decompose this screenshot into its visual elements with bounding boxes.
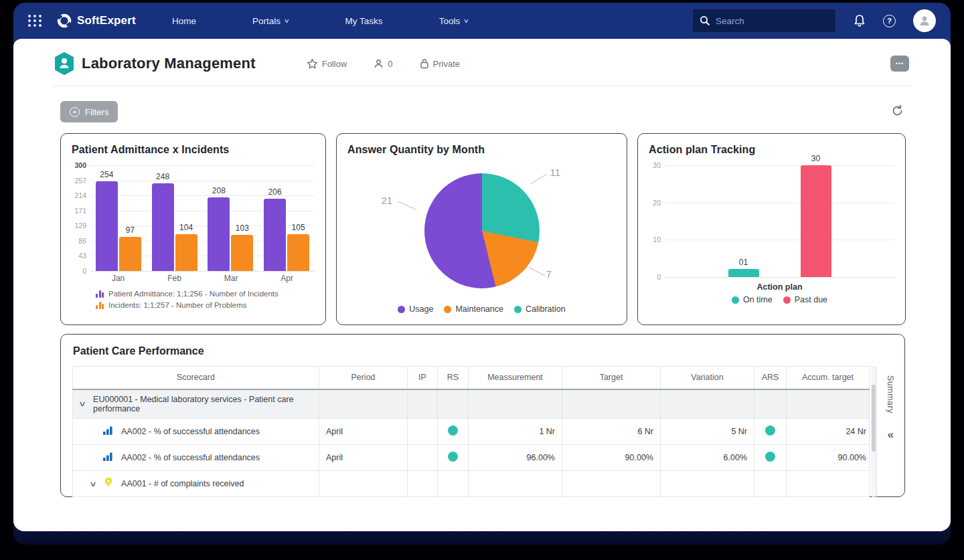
follow-label: Follow	[322, 59, 347, 69]
bar-chart-admittance: 3002572141711298643025497248104208103206…	[72, 165, 315, 309]
search-input[interactable]	[716, 16, 823, 26]
pie[interactable]	[424, 173, 540, 288]
help-icon[interactable]: ?	[883, 15, 896, 27]
bar-jan[interactable]: 97	[119, 237, 141, 271]
target-cell	[562, 471, 661, 497]
privacy-status[interactable]: Private	[420, 58, 460, 69]
bar-jan[interactable]: 254	[96, 181, 118, 271]
column-header-scorecard[interactable]: Scorecard	[73, 367, 319, 389]
variation-cell: 5 Nr	[661, 419, 754, 445]
bar-apr[interactable]: 206	[264, 199, 286, 271]
y-axis-tick: 86	[78, 237, 86, 245]
search-box[interactable]	[692, 9, 836, 33]
softexpert-logo[interactable]: SoftExpert	[57, 13, 136, 28]
period-cell	[319, 471, 408, 497]
user-avatar[interactable]	[913, 9, 936, 32]
lock-icon	[420, 58, 429, 69]
chart-title-admittance: Patient Admittance x Incidents	[72, 144, 315, 156]
bar-mar[interactable]: 208	[208, 197, 230, 271]
nav-item-tools[interactable]: Tools∨	[439, 16, 469, 26]
chart-title-tracking: Action plan Tracking	[649, 144, 894, 156]
chevron-down-icon[interactable]: ∨	[78, 399, 86, 408]
legend-item-maintenance: Maintenance	[444, 304, 503, 314]
bar-apr[interactable]: 105	[287, 234, 309, 271]
legend-item-past-due: Past due	[783, 295, 827, 304]
column-header-rs[interactable]: RS	[438, 367, 469, 389]
ip-cell	[408, 445, 438, 471]
column-header-ars[interactable]: ARS	[754, 367, 787, 389]
legend-item-calibration: Calibration	[514, 304, 566, 314]
brand-name: SoftExpert	[77, 14, 136, 27]
column-header-accum-target[interactable]: Accum. target	[787, 367, 870, 389]
more-options-button[interactable]: •••	[890, 56, 909, 72]
bar-on-time[interactable]: 01	[728, 269, 759, 277]
nav-item-home[interactable]: Home	[172, 16, 196, 26]
group-row-empty-cell	[754, 389, 787, 419]
followers-count[interactable]: 0	[374, 59, 392, 69]
bar-value-label: 103	[236, 223, 249, 233]
plot: 25497248104208103206105	[90, 165, 315, 271]
filters-button[interactable]: + Filters	[60, 101, 118, 122]
table-row[interactable]: ∨ AA001 - # of complaints received	[73, 471, 870, 497]
bar-group-jan: 25497	[96, 181, 141, 271]
bar-mar[interactable]: 103	[231, 235, 253, 271]
table-vertical-scrollbar[interactable]	[871, 366, 876, 497]
bar-past-due[interactable]: 30	[801, 165, 831, 277]
bar-feb[interactable]: 104	[175, 234, 197, 271]
bar-feb[interactable]: 248	[152, 183, 174, 271]
variation-cell	[661, 471, 754, 497]
scorecard-table: ScorecardPeriodIPRSMeassurementTargetVar…	[72, 366, 870, 497]
legend-dot	[398, 306, 405, 313]
y-axis-tick: 20	[653, 199, 661, 207]
bar-value-label: 30	[811, 154, 820, 163]
legend-label: Incidents: 1;1;257 - Number of Problems	[108, 301, 246, 309]
app-launcher-icon[interactable]	[28, 15, 42, 27]
bar-value-label: 248	[156, 172, 169, 181]
y-axis-tick: 171	[74, 207, 86, 215]
chevron-down-icon: ∨	[284, 17, 290, 24]
table-group-row[interactable]: ∨EU000001 - Medical laboratory services …	[73, 389, 870, 419]
bar-group-feb: 248104	[152, 183, 197, 271]
scorecard-cell: AA002 - % of successful attendances	[73, 445, 319, 471]
nav-item-my-tasks[interactable]: My Tasks	[345, 16, 383, 26]
table-title: Patient Care Performance	[61, 335, 904, 357]
period-cell: April	[319, 445, 408, 471]
legend-item: Patient Admittance: 1;1;256 - Number of …	[96, 290, 315, 298]
bar-value-label: 254	[100, 170, 113, 179]
column-header-variation[interactable]: Variation	[661, 367, 754, 389]
indicator-bar-chart-icon	[102, 426, 113, 436]
table-row[interactable]: AA002 - % of successful attendancesApril…	[73, 419, 870, 445]
bar-groups: 0130	[665, 165, 894, 277]
card-patient-admittance: Patient Admittance x Incidents 300257214…	[60, 133, 326, 325]
navbar-right: ?	[692, 9, 936, 33]
group-row-empty-cell	[319, 389, 408, 419]
y-axis-tick: 10	[653, 236, 661, 244]
refresh-button[interactable]	[891, 104, 904, 120]
main-navigation: HomePortals∨My TasksTools∨	[172, 16, 469, 26]
card-answer-quantity: Answer Quantity by Month 11721UsageMaint…	[336, 133, 627, 325]
scrollbar-thumb[interactable]	[872, 385, 876, 452]
pie-value-maintenance: 7	[546, 268, 552, 280]
column-header-meassurement[interactable]: Meassurement	[469, 367, 562, 389]
group-row-empty-cell	[438, 389, 469, 419]
nav-item-label: Home	[172, 16, 196, 26]
ars-cell	[754, 471, 787, 497]
accum-target-cell: 90.00%	[787, 445, 870, 471]
nav-item-label: Tools	[439, 16, 461, 26]
notifications-bell-icon[interactable]	[854, 14, 866, 27]
filters-row: + Filters	[60, 101, 904, 122]
x-axis-label: Jan	[112, 274, 125, 283]
follow-button[interactable]: Follow	[307, 58, 347, 70]
legend-item-on-time: On time	[732, 295, 773, 304]
column-header-period[interactable]: Period	[319, 367, 408, 389]
column-header-ip[interactable]: IP	[408, 367, 438, 389]
portal-avatar-icon	[54, 52, 75, 75]
pie-legend: UsageMaintenanceCalibration	[347, 304, 616, 314]
expand-summary-icon[interactable]: «	[888, 428, 894, 442]
column-header-target[interactable]: Target	[562, 367, 661, 389]
nav-item-portals[interactable]: Portals∨	[252, 16, 289, 26]
table-row[interactable]: AA002 - % of successful attendancesApril…	[73, 445, 870, 471]
chevron-down-icon[interactable]: ∨	[89, 480, 97, 488]
page-title: Laboratory Management	[82, 55, 256, 72]
rs-cell	[438, 471, 469, 497]
